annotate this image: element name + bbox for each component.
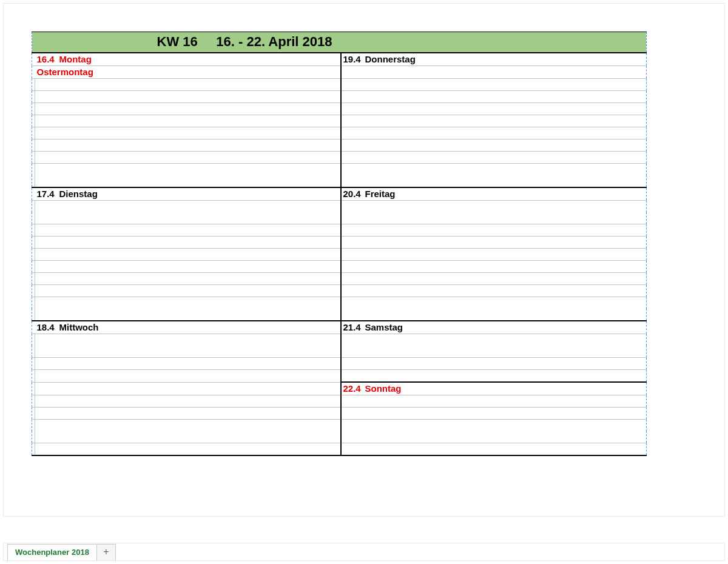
planner-cell[interactable]: [35, 237, 341, 249]
planner-cell[interactable]: [361, 297, 647, 309]
planner-cell[interactable]: [35, 79, 341, 91]
planner-cell[interactable]: [35, 382, 341, 395]
planner-cell[interactable]: [341, 285, 361, 297]
planner-cell[interactable]: [341, 103, 361, 115]
planner-cell[interactable]: [35, 115, 341, 127]
planner-cell[interactable]: [341, 164, 361, 176]
date-fri[interactable]: 20.4.: [341, 187, 361, 201]
planner-cell[interactable]: [341, 431, 361, 443]
planner-cell[interactable]: [35, 224, 341, 237]
planner-cell[interactable]: [361, 115, 647, 127]
planner-cell[interactable]: [341, 127, 361, 139]
planner-cell[interactable]: [341, 408, 361, 420]
planner-cell[interactable]: [361, 309, 647, 321]
planner-cell[interactable]: [361, 358, 647, 370]
planner-cell[interactable]: [361, 91, 647, 103]
planner-cell[interactable]: [35, 261, 341, 273]
planner-cell[interactable]: [361, 443, 647, 456]
day-sun[interactable]: Sonntag: [361, 382, 647, 395]
planner-cell[interactable]: [35, 212, 341, 224]
date-wed[interactable]: 18.4.: [35, 321, 55, 334]
planner-cell[interactable]: [35, 297, 341, 309]
planner-cell[interactable]: [341, 358, 361, 370]
planner-cell[interactable]: [35, 91, 341, 103]
sheet-tab-active[interactable]: Wochenplaner 2018: [7, 544, 97, 560]
planner-cell[interactable]: [361, 395, 647, 408]
planner-cell[interactable]: [361, 127, 647, 139]
planner-cell[interactable]: [361, 152, 647, 164]
day-tue[interactable]: Dienstag: [55, 187, 341, 201]
planner-cell[interactable]: [35, 285, 341, 297]
planner-cell[interactable]: [341, 237, 361, 249]
planner-cell[interactable]: [361, 164, 647, 176]
planner-cell[interactable]: [341, 420, 361, 432]
planner-cell[interactable]: [361, 224, 647, 237]
planner-cell[interactable]: [341, 334, 361, 346]
planner-cell[interactable]: [361, 201, 647, 213]
day-thu[interactable]: Donnerstag: [361, 53, 647, 66]
day-mon[interactable]: Montag: [55, 53, 341, 66]
add-sheet-button[interactable]: +: [97, 544, 116, 560]
planner-cell[interactable]: [341, 91, 361, 103]
planner-cell[interactable]: [361, 212, 647, 224]
planner-cell[interactable]: [361, 79, 647, 91]
planner-cell[interactable]: [341, 201, 361, 213]
planner-cell[interactable]: [341, 370, 361, 383]
planner-cell[interactable]: [361, 420, 647, 432]
date-tue[interactable]: 17.4.: [35, 187, 55, 201]
planner-cell[interactable]: [35, 420, 341, 432]
planner-cell[interactable]: [35, 139, 341, 152]
planner-cell[interactable]: [361, 175, 647, 187]
planner-cell[interactable]: [361, 370, 647, 383]
planner-cell[interactable]: [361, 431, 647, 443]
planner-cell[interactable]: [341, 139, 361, 152]
planner-cell[interactable]: [341, 175, 361, 187]
planner-cell[interactable]: [35, 152, 341, 164]
planner-cell[interactable]: [35, 358, 341, 370]
planner-cell[interactable]: [361, 408, 647, 420]
planner-cell[interactable]: [341, 249, 361, 261]
planner-cell[interactable]: [35, 175, 341, 187]
planner-cell[interactable]: [35, 370, 341, 383]
planner-cell[interactable]: [35, 346, 341, 358]
planner-grid[interactable]: KW 16 16. - 22. April 2018 16.4. Montag …: [32, 32, 647, 456]
planner-cell[interactable]: [35, 164, 341, 176]
planner-cell[interactable]: [361, 139, 647, 152]
planner-cell[interactable]: [361, 273, 647, 285]
planner-cell[interactable]: [361, 334, 647, 346]
planner-cell[interactable]: [35, 201, 341, 213]
day-fri[interactable]: Freitag: [361, 187, 647, 201]
date-sun[interactable]: 22.4.: [341, 382, 361, 395]
planner-cell[interactable]: [35, 334, 341, 346]
planner-cell[interactable]: [341, 346, 361, 358]
planner-cell[interactable]: [341, 261, 361, 273]
date-thu[interactable]: 19.4.: [341, 53, 361, 66]
day-sat[interactable]: Samstag: [361, 321, 647, 334]
planner-cell[interactable]: [35, 249, 341, 261]
planner-cell[interactable]: [341, 273, 361, 285]
planner-cell[interactable]: [35, 103, 341, 115]
planner-cell[interactable]: [341, 115, 361, 127]
planner-cell[interactable]: [35, 309, 341, 321]
planner-cell[interactable]: [361, 346, 647, 358]
planner-cell[interactable]: [35, 443, 341, 456]
planner-cell[interactable]: [361, 237, 647, 249]
planner-cell[interactable]: [35, 127, 341, 139]
planner-cell[interactable]: [341, 79, 361, 91]
planner-cell[interactable]: [341, 395, 361, 408]
planner-cell[interactable]: [341, 212, 361, 224]
planner-cell[interactable]: [35, 395, 341, 408]
planner-cell[interactable]: [341, 297, 361, 309]
planner-cell[interactable]: [361, 285, 647, 297]
planner-cell[interactable]: [361, 249, 647, 261]
planner-cell[interactable]: [35, 273, 341, 285]
planner-cell[interactable]: [341, 309, 361, 321]
planner-cell[interactable]: [361, 261, 647, 273]
day-wed[interactable]: Mittwoch: [55, 321, 341, 334]
date-sat[interactable]: 21.4.: [341, 321, 361, 334]
planner-cell[interactable]: [35, 431, 341, 443]
note-mon[interactable]: Ostermontag: [35, 66, 341, 79]
date-mon[interactable]: 16.4.: [35, 53, 55, 66]
planner-cell[interactable]: [361, 103, 647, 115]
planner-cell[interactable]: [35, 408, 341, 420]
